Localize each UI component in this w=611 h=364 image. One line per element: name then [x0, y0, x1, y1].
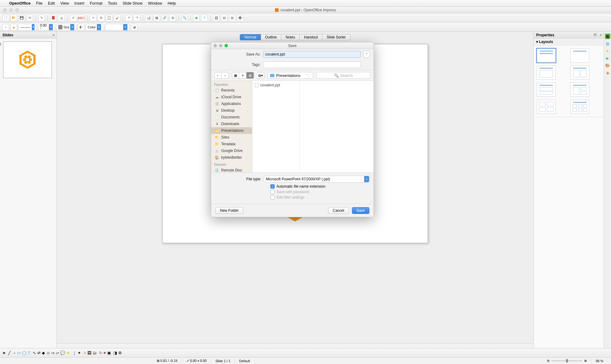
line-color-combo[interactable]: Gra▾ [56, 24, 76, 31]
redo-button[interactable]: ↷ [134, 15, 140, 21]
horizontal-scrollbar[interactable] [57, 343, 533, 348]
save-button[interactable]: Save [352, 207, 369, 214]
layout-item[interactable] [570, 49, 589, 63]
navigator-button[interactable]: ⊞ [169, 15, 176, 21]
undock-icon[interactable]: ⇱ [594, 33, 597, 37]
layouts-header[interactable]: ▾ Layouts [534, 38, 604, 45]
file-item[interactable]: covalent.ppt [252, 82, 299, 88]
tab-handout[interactable]: Handout [300, 34, 322, 40]
menu-slideshow[interactable]: Slide Show [123, 1, 142, 5]
glue-points-tool[interactable]: ✦ [78, 351, 81, 355]
spellcheck-button[interactable]: ✔ [70, 15, 77, 21]
location-combo[interactable]: Presentations ⌃⌄ [267, 72, 313, 79]
table-button[interactable]: ▦ [153, 15, 160, 21]
hyperlink-button[interactable]: 🔗 [161, 15, 168, 21]
new-doc-button[interactable]: 📄 [2, 15, 9, 21]
menu-file[interactable]: File [36, 1, 42, 5]
line-style-button[interactable]: ▲ [10, 24, 17, 31]
basic-shapes-tool[interactable]: ◆ [42, 351, 45, 355]
ellipse-tool[interactable]: ◯ [22, 351, 27, 355]
arrange-tool[interactable]: ▣ [107, 351, 111, 355]
layout-item[interactable] [537, 66, 556, 80]
zoom-button[interactable]: 🔍 [181, 15, 188, 21]
arrow-tool[interactable]: → [12, 351, 16, 355]
sidebar-item-teradata[interactable]: 📁Teradata [211, 141, 252, 147]
cut-button[interactable]: ✂ [90, 15, 97, 21]
gallery-tool[interactable]: 🗂 [93, 351, 97, 355]
sidebar-item-downloads[interactable]: ⬇Downloads [211, 121, 252, 127]
connector-tool[interactable]: ⇄ [37, 351, 41, 355]
presentation-button[interactable]: ◉ [193, 15, 200, 21]
icon-view-button[interactable]: ▦ [232, 72, 239, 79]
print-button[interactable]: 🖨 [58, 15, 65, 21]
back-button[interactable]: ‹ [214, 72, 221, 79]
menu-window[interactable]: Window [148, 1, 162, 5]
slide-thumbnail[interactable] [3, 41, 52, 78]
flowcharts-tool[interactable]: ▱ [56, 351, 59, 355]
sidebar-item-googledrive[interactable]: △Google Drive [211, 147, 252, 154]
sidebar-item-icloud[interactable]: ☁iCloud Drive [211, 94, 252, 100]
menu-help[interactable]: Help [168, 1, 176, 5]
points-tool[interactable]: ⋮ [72, 351, 76, 355]
menu-view[interactable]: View [60, 1, 69, 5]
from-file-tool[interactable]: 🖼 [87, 351, 91, 355]
file-type-select[interactable]: Microsoft PowerPoint 97/2000/XP (.ppt) ▾ [264, 176, 369, 182]
stars-tool[interactable]: ★ [66, 351, 70, 355]
menu-format[interactable]: Format [90, 1, 102, 5]
layout-item[interactable] [537, 100, 556, 114]
symbol-shapes-tool[interactable]: ☺ [46, 351, 50, 355]
layout-item[interactable] [537, 83, 556, 97]
slide-design-button[interactable]: ▤ [221, 15, 228, 21]
layout-item[interactable] [570, 100, 589, 114]
curve-tool[interactable]: ∿ [33, 351, 36, 355]
file-column-empty[interactable] [300, 81, 374, 172]
line-width-spinner[interactable]: 0.00 "▾ [38, 24, 55, 31]
line-style-combo[interactable]: ―――▾ [18, 24, 37, 31]
edit-button[interactable]: ✎ [38, 15, 45, 21]
save-button[interactable]: 💾 [18, 15, 25, 21]
menu-app[interactable]: OpenOffice [9, 1, 31, 5]
tab-outline[interactable]: Outline [261, 34, 281, 40]
zoom-slider[interactable]: ⊖⊕ [543, 359, 591, 363]
rectangle-tool[interactable]: ▭ [17, 351, 21, 355]
close-icon[interactable]: × [53, 33, 55, 37]
rotate-tool[interactable]: ↻ [99, 351, 102, 355]
chart-button[interactable]: 📊 [145, 15, 152, 21]
checkbox-checked-icon[interactable]: ✓ [270, 184, 275, 189]
autospell-button[interactable]: ABC [78, 15, 85, 21]
fontwork-tool[interactable]: A [83, 351, 86, 355]
tab-slide-sorter[interactable]: Slide Sorter [322, 34, 350, 40]
menu-insert[interactable]: Insert [74, 1, 84, 5]
insert-slide-button[interactable]: ➕ [237, 15, 243, 21]
group-by-button[interactable]: ▤▾ [257, 72, 264, 79]
fill-color-combo[interactable]: ▾ [105, 24, 130, 31]
help-button[interactable]: ? [201, 15, 208, 21]
block-arrows-tool[interactable]: ⇨ [51, 351, 55, 355]
sidebar-item-sites[interactable]: 📁Sites [211, 134, 252, 141]
tags-input[interactable] [263, 61, 361, 68]
alignment-tool[interactable]: ≡ [104, 351, 106, 355]
file-column[interactable]: covalent.ppt [252, 81, 300, 172]
gallery-button[interactable]: 🖼 [213, 15, 220, 21]
search-field[interactable]: 🔍 Search [316, 72, 371, 79]
status-zoom[interactable]: 98 % [591, 359, 608, 363]
master-pages-icon[interactable]: ▥ [605, 41, 610, 46]
sidebar-item-applications[interactable]: ⒶApplications [211, 100, 252, 107]
custom-animation-icon[interactable]: ★ [605, 48, 610, 54]
gallery-icon[interactable]: ◉ [605, 70, 610, 76]
slide-layout-button[interactable]: ▥ [229, 15, 236, 21]
menu-tools[interactable]: Tools [108, 1, 117, 5]
fill-type-combo[interactable]: Color▾ [86, 24, 104, 31]
sidebar-item-documents[interactable]: 📄Documents [211, 114, 252, 121]
layout-item[interactable] [537, 49, 556, 63]
styles-icon[interactable]: 🎨 [605, 63, 610, 68]
minimize-window-icon[interactable] [9, 8, 13, 12]
extrusion-tool[interactable]: ◨ [113, 351, 117, 355]
select-tool[interactable]: ➤ [2, 351, 6, 355]
menu-edit[interactable]: Edit [48, 1, 55, 5]
sidebar-item-remote-disc[interactable]: 💿Remote Disc [211, 167, 252, 172]
dialog-minimize-icon[interactable] [219, 44, 222, 47]
collapse-button[interactable]: ⌃ [363, 51, 370, 58]
email-button[interactable]: ✉ [26, 15, 33, 21]
close-icon[interactable]: × [600, 33, 602, 37]
